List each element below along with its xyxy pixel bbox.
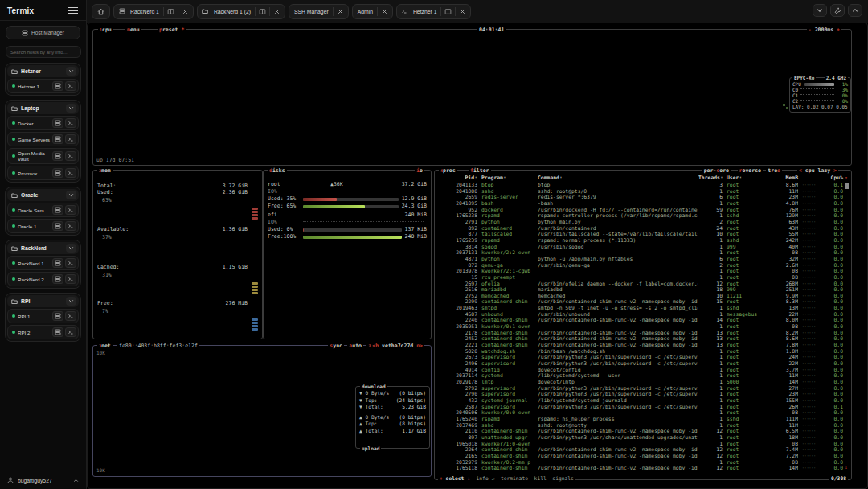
proc-row[interactable]: 877tailscaled/usr/sbin/tailscaled --stat… <box>436 231 850 237</box>
proc-row[interactable]: 5028watchdog.sh/bin/bash /watchdog.sh1ro… <box>436 348 850 355</box>
host-connect-button[interactable] <box>52 205 63 215</box>
tab-close-button[interactable] <box>380 6 389 17</box>
proc-row[interactable]: 2792supervisord/usr/bin/python3 /usr/bin… <box>436 385 850 392</box>
host-terminal-button[interactable] <box>65 134 76 144</box>
proc-row[interactable]: 2037114systemd/lib/systemd/systemd --use… <box>436 372 850 379</box>
chevron-up-icon[interactable] <box>73 478 79 483</box>
host-connect-button[interactable] <box>52 258 63 268</box>
proc-row[interactable]: 1765240rspamdrspamd: hs_helper process1s… <box>436 416 850 422</box>
folder-collapse-button[interactable] <box>66 297 76 306</box>
host-item[interactable]: RackNerd 2 <box>7 272 79 286</box>
proc-row[interactable]: 2240containerd-shim/usr/bin/containerd-s… <box>436 317 850 323</box>
proc-col-header[interactable]: User: <box>723 175 766 181</box>
tab-close-button[interactable] <box>181 6 190 17</box>
proc-row[interactable]: 2019463smtpdsmtpd -n 509 -t inet -u -o s… <box>436 305 850 311</box>
proc-row[interactable]: 2041088sshdsshd: root@pts/01root11M·····… <box>436 188 850 195</box>
proc-row[interactable]: 2516mariadbdmariadbd18999251M······0.0 <box>436 286 850 293</box>
proc-row[interactable]: 2697ofelia/usr/bin/ofelia daemon --docke… <box>436 281 850 287</box>
cpu-box-title[interactable]: 1cpu <box>98 27 113 33</box>
filter-button[interactable]: filter <box>469 167 491 174</box>
host-item[interactable]: Hetzner 1 <box>7 79 79 93</box>
tab-racknerd-1-2-[interactable]: RackNerd 1 (2) <box>197 4 285 19</box>
host-terminal-button[interactable] <box>65 221 76 231</box>
host-connect-button[interactable] <box>52 221 63 231</box>
host-connect-button[interactable] <box>52 151 63 161</box>
interval-control[interactable]: - 2000ms + <box>807 27 841 33</box>
host-manager-button[interactable]: Host Manager <box>6 26 80 39</box>
proc-row[interactable]: 952dockerd/usr/bin/dockerd -H fd:// --co… <box>436 207 850 213</box>
tab-hetzner-1[interactable]: Hetzner 1 <box>396 4 471 19</box>
net-auto-toggle[interactable]: auto <box>347 343 363 349</box>
folder-header[interactable]: Hetzner <box>7 65 79 77</box>
tree-toggle[interactable]: tree <box>766 167 782 174</box>
menu-button[interactable]: menu <box>125 27 141 33</box>
tab-racknerd-1[interactable]: RackNerd 1 <box>113 4 194 19</box>
host-connect-button[interactable] <box>52 81 63 91</box>
menu-icon[interactable] <box>68 6 79 15</box>
proc-col-header[interactable]: Pid: <box>436 175 481 181</box>
proc-row[interactable]: 2110containerd-shim/usr/bin/containerd-s… <box>436 428 850 434</box>
proc-row[interactable]: 2752memcachedmemcached10112119.9M······0… <box>436 293 850 299</box>
proc-row[interactable]: 4871pythonpython -u /app/main.py nftable… <box>436 256 850 262</box>
proc-row[interactable]: 2452containerd-shim/usr/bin/containerd-s… <box>436 335 850 342</box>
per-core-toggle[interactable]: per-core <box>702 167 731 174</box>
proc-row[interactable]: 2029178lmtpdovecot/lmtp1500014M······0.0 <box>436 379 850 385</box>
proc-row[interactable]: 2790supervisord/usr/bin/python3 /usr/bin… <box>436 391 850 397</box>
preset-button[interactable]: preset * <box>158 27 186 33</box>
user-menu[interactable]: bugattiguy527 <box>0 471 86 489</box>
tab-split-button[interactable] <box>444 6 452 17</box>
host-item[interactable]: RPI 1 <box>7 309 79 323</box>
proc-row[interactable]: 2040506kworker/0:0-even1root0B······0.0 <box>436 409 850 416</box>
proc-footer-keys[interactable]: ↑ select ↓ info ↵ terminate kill signals <box>438 475 575 483</box>
tools-button[interactable] <box>830 4 845 17</box>
proc-row[interactable]: 2035951kworker/0:1-even1root0B······0.0 <box>436 323 850 330</box>
tab-split-button[interactable] <box>166 6 175 17</box>
host-terminal-button[interactable] <box>65 205 76 215</box>
proc-row[interactable]: 1765239rspamdrspamd: normal process (*:1… <box>436 237 850 244</box>
proc-row[interactable]: 2659redis-serverredis-server *:63796root… <box>436 194 850 200</box>
host-terminal-button[interactable] <box>65 274 76 284</box>
net-device-switch[interactable]: <b vetha7c27d n> <box>371 343 424 349</box>
collapse-button[interactable] <box>813 4 827 17</box>
host-connect-button[interactable] <box>52 311 63 321</box>
tab-close-button[interactable] <box>458 6 467 17</box>
proc-row[interactable]: 872qemu-ga/usr/sbin/qemu-ga2root2.6M····… <box>436 262 850 269</box>
proc-row[interactable]: 2673supervisord/usr/bin/python3 /usr/bin… <box>436 354 850 360</box>
proc-row[interactable]: 3814sogod/usr/sbin/sogod199940M······0.0 <box>436 244 850 250</box>
reverse-toggle[interactable]: reverse <box>738 167 763 174</box>
disks-box-title[interactable]: disks <box>268 167 287 174</box>
io-toggle[interactable]: io <box>415 167 424 174</box>
proc-row[interactable]: 2299containerd-shim/usr/bin/containerd-s… <box>436 298 850 305</box>
folder-collapse-button[interactable] <box>66 244 76 253</box>
proc-row[interactable]: 2037131kworker/2:2-even1root0B······0.0 <box>436 249 850 256</box>
proc-row[interactable]: 892containerd/usr/bin/containerd24root43… <box>436 225 850 232</box>
mem-box-title[interactable]: 2mem <box>97 167 113 174</box>
folder-header[interactable]: Laptop <box>7 102 79 114</box>
folder-collapse-button[interactable] <box>66 191 76 199</box>
host-item[interactable]: RackNerd 1 <box>7 256 79 270</box>
proc-col-header[interactable]: Command: <box>538 175 698 181</box>
proc-row[interactable]: 2264containerd-shim/usr/bin/containerd-s… <box>436 446 850 453</box>
host-item[interactable]: Open Media Vault <box>7 148 79 164</box>
proc-row[interactable]: 2013978kworker/2:1-cgwb1root0B······0.0 <box>436 268 850 274</box>
folder-header[interactable]: RPI <box>7 295 79 307</box>
search-input[interactable] <box>6 46 81 58</box>
host-terminal-button[interactable] <box>65 311 76 321</box>
home-button[interactable] <box>92 4 110 19</box>
proc-row[interactable]: 1765238rspamdrspamd: controller process … <box>436 212 850 219</box>
proc-row[interactable]: 2041095bash-bash1root4.8M······0.0 <box>436 200 850 207</box>
proc-row[interactable]: 4914configdovecot/config1root3.7M······0… <box>436 367 850 373</box>
folder-collapse-button[interactable] <box>66 104 76 113</box>
folder-collapse-button[interactable] <box>66 67 76 76</box>
proc-row[interactable]: 15rcu_preempt1root0B······0.0 <box>436 274 850 281</box>
proc-row[interactable]: 2037469sshdsshd: root@notty1root11M·····… <box>436 422 850 429</box>
proc-row[interactable]: 4587unbound/usr/sbin/unbound1messagebus2… <box>436 311 850 318</box>
proc-row[interactable]: 1765118containerd-shim/usr/bin/container… <box>436 465 850 470</box>
tab-split-button[interactable] <box>258 6 267 17</box>
proc-row[interactable]: 432systemd-journal/lib/systemd/systemd-j… <box>436 397 850 404</box>
sort-selector[interactable]: < cpu lazy > <box>797 167 838 174</box>
host-terminal-button[interactable] <box>65 258 76 268</box>
host-item[interactable]: Game Servers <box>7 132 79 146</box>
proc-col-header[interactable]: Threads: <box>698 175 723 181</box>
proc-row[interactable]: 2496supervisord/usr/bin/python3 /usr/bin… <box>436 360 850 367</box>
